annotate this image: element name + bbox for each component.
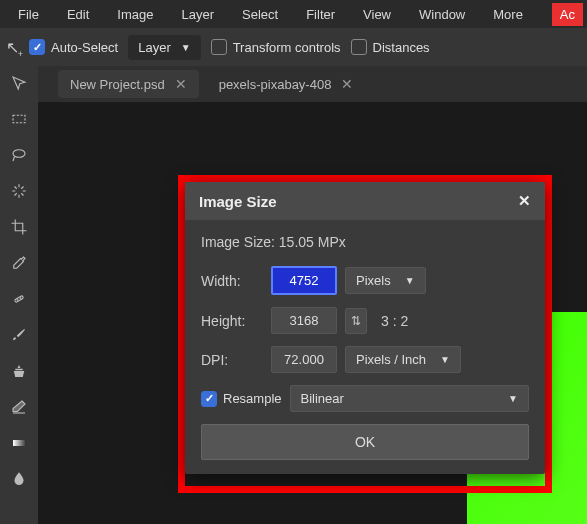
document-tabs: New Project.psd ✕ pexels-pixabay-408 ✕ [38,66,587,102]
dpi-label: DPI: [201,352,263,368]
chevron-down-icon: ▼ [508,393,518,404]
healing-tool[interactable] [5,288,33,310]
checkbox-icon [211,39,227,55]
menu-window[interactable]: Window [405,3,479,26]
chevron-down-icon: ▼ [440,354,450,365]
height-label: Height: [201,313,263,329]
image-size-dialog: Image Size ✕ Image Size: 15.05 MPx Width… [185,182,545,474]
move-tool-icon: ↖+ [6,38,19,57]
menu-file[interactable]: File [4,3,53,26]
crop-tool[interactable] [5,216,33,238]
move-tool[interactable] [5,72,33,94]
ok-button[interactable]: OK [201,424,529,460]
tab-label: pexels-pixabay-408 [219,77,332,92]
document-tab[interactable]: New Project.psd ✕ [58,70,199,98]
eraser-tool[interactable] [5,396,33,418]
width-label: Width: [201,273,263,289]
svg-rect-0 [13,115,25,123]
width-input[interactable] [271,266,337,295]
lasso-tool[interactable] [5,144,33,166]
menu-more[interactable]: More [479,3,537,26]
dpi-input[interactable] [271,346,337,373]
menu-view[interactable]: View [349,3,405,26]
tool-sidebar [0,66,38,524]
transform-controls-toggle[interactable]: Transform controls [211,39,341,55]
account-button[interactable]: Ac [552,3,583,26]
close-icon[interactable]: ✕ [341,76,353,92]
brush-tool[interactable] [5,324,33,346]
layer-select[interactable]: Layer ▼ [128,35,200,60]
chevron-down-icon: ▼ [181,42,191,53]
checkbox-icon [201,391,217,407]
resample-label: Resample [223,391,282,406]
layer-select-label: Layer [138,40,171,55]
chevron-down-icon: ▼ [405,275,415,286]
aspect-ratio: 3 : 2 [381,313,408,329]
gradient-tool[interactable] [5,432,33,454]
eyedropper-tool[interactable] [5,252,33,274]
dialog-title: Image Size [199,193,277,210]
aspect-lock-button[interactable]: ⇅ [345,308,367,334]
svg-point-3 [17,299,18,300]
menu-filter[interactable]: Filter [292,3,349,26]
tab-label: New Project.psd [70,77,165,92]
checkbox-icon [351,39,367,55]
distances-label: Distances [373,40,430,55]
auto-select-label: Auto-Select [51,40,118,55]
menu-image[interactable]: Image [103,3,167,26]
width-unit-select[interactable]: Pixels▼ [345,267,426,294]
resample-toggle[interactable]: Resample [201,391,282,407]
blur-tool[interactable] [5,468,33,490]
menu-bar: File Edit Image Layer Select Filter View… [0,0,587,28]
options-bar: ↖+ Auto-Select Layer ▼ Transform control… [0,28,587,66]
dpi-unit-select[interactable]: Pixels / Inch▼ [345,346,461,373]
close-icon[interactable]: ✕ [175,76,187,92]
svg-rect-2 [14,295,23,302]
svg-point-4 [20,298,21,299]
resample-method-select[interactable]: Bilinear▼ [290,385,529,412]
document-tab[interactable]: pexels-pixabay-408 ✕ [207,70,366,98]
auto-select-toggle[interactable]: Auto-Select [29,39,118,55]
clone-stamp-tool[interactable] [5,360,33,382]
menu-edit[interactable]: Edit [53,3,103,26]
magic-wand-tool[interactable] [5,180,33,202]
menu-layer[interactable]: Layer [168,3,229,26]
image-size-info: Image Size: 15.05 MPx [201,234,529,250]
marquee-tool[interactable] [5,108,33,130]
close-icon[interactable]: ✕ [518,192,531,210]
checkbox-icon [29,39,45,55]
distances-toggle[interactable]: Distances [351,39,430,55]
svg-point-1 [13,150,25,158]
height-input[interactable] [271,307,337,334]
transform-label: Transform controls [233,40,341,55]
menu-select[interactable]: Select [228,3,292,26]
dialog-titlebar: Image Size ✕ [185,182,545,220]
svg-rect-5 [13,440,25,446]
